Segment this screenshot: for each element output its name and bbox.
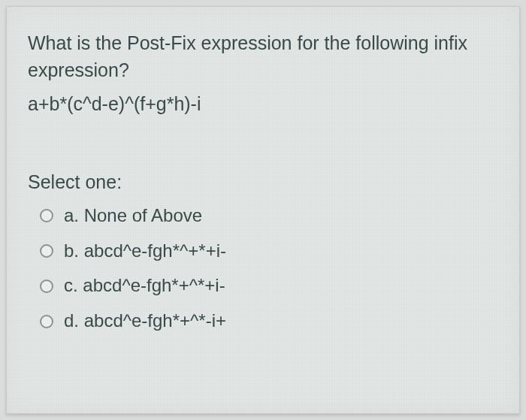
option-label: None of Above <box>84 205 202 225</box>
option-text: b. abcd^e-fgh*^+*+i- <box>64 240 226 262</box>
option-b[interactable]: b. abcd^e-fgh*^+*+i- <box>28 240 498 262</box>
quiz-card: What is the Post-Fix expression for the … <box>6 6 520 414</box>
radio-icon[interactable] <box>40 315 53 328</box>
option-text: c. abcd^e-fgh*+^*+i- <box>64 275 225 297</box>
option-label: abcd^e-fgh*^+*+i- <box>84 240 226 261</box>
option-c[interactable]: c. abcd^e-fgh*+^*+i- <box>28 275 498 297</box>
option-a[interactable]: a. None of Above <box>28 205 498 227</box>
question-prompt: What is the Post-Fix expression for the … <box>28 29 498 84</box>
radio-icon[interactable] <box>40 244 53 258</box>
option-label: abcd^e-fgh*+^*-i+ <box>84 310 226 331</box>
option-letter: b. <box>64 240 79 261</box>
option-text: a. None of Above <box>64 205 202 227</box>
option-letter: d. <box>64 310 79 331</box>
option-label: abcd^e-fgh*+^*+i- <box>83 275 225 295</box>
radio-icon[interactable] <box>40 279 53 293</box>
option-text: d. abcd^e-fgh*+^*-i+ <box>64 310 226 332</box>
radio-icon[interactable] <box>40 209 53 222</box>
select-one-label: Select one: <box>28 171 498 193</box>
option-letter: a. <box>64 205 79 225</box>
option-d[interactable]: d. abcd^e-fgh*+^*-i+ <box>28 310 498 332</box>
option-letter: c. <box>64 275 78 295</box>
question-expression: a+b*(c^d-e)^(f+g*h)-i <box>28 90 498 117</box>
